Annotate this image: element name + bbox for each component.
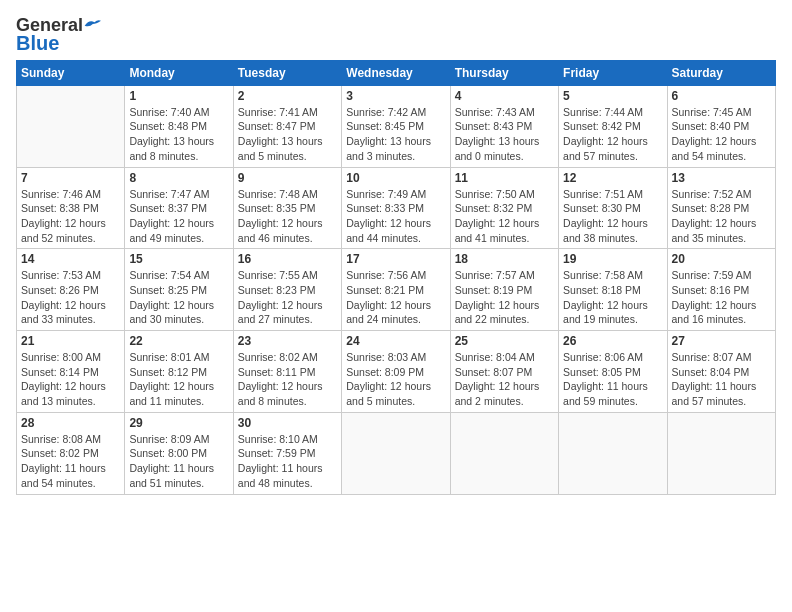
day-number: 8 [129, 171, 228, 185]
day-number: 21 [21, 334, 120, 348]
calendar-cell: 19Sunrise: 7:58 AMSunset: 8:18 PMDayligh… [559, 249, 667, 331]
day-number: 26 [563, 334, 662, 348]
day-info: Sunrise: 7:44 AMSunset: 8:42 PMDaylight:… [563, 105, 662, 164]
calendar-cell: 28Sunrise: 8:08 AMSunset: 8:02 PMDayligh… [17, 412, 125, 494]
column-header-friday: Friday [559, 60, 667, 85]
logo: General Blue [16, 16, 101, 54]
day-info: Sunrise: 8:09 AMSunset: 8:00 PMDaylight:… [129, 432, 228, 491]
column-header-saturday: Saturday [667, 60, 775, 85]
day-info: Sunrise: 8:00 AMSunset: 8:14 PMDaylight:… [21, 350, 120, 409]
day-number: 6 [672, 89, 771, 103]
column-header-tuesday: Tuesday [233, 60, 341, 85]
column-header-thursday: Thursday [450, 60, 558, 85]
calendar-cell: 26Sunrise: 8:06 AMSunset: 8:05 PMDayligh… [559, 331, 667, 413]
day-number: 19 [563, 252, 662, 266]
day-info: Sunrise: 8:01 AMSunset: 8:12 PMDaylight:… [129, 350, 228, 409]
calendar-cell: 6Sunrise: 7:45 AMSunset: 8:40 PMDaylight… [667, 85, 775, 167]
day-info: Sunrise: 7:55 AMSunset: 8:23 PMDaylight:… [238, 268, 337, 327]
calendar-cell: 1Sunrise: 7:40 AMSunset: 8:48 PMDaylight… [125, 85, 233, 167]
calendar-cell: 8Sunrise: 7:47 AMSunset: 8:37 PMDaylight… [125, 167, 233, 249]
calendar-week-row: 14Sunrise: 7:53 AMSunset: 8:26 PMDayligh… [17, 249, 776, 331]
calendar-cell [342, 412, 450, 494]
day-number: 9 [238, 171, 337, 185]
calendar-cell: 5Sunrise: 7:44 AMSunset: 8:42 PMDaylight… [559, 85, 667, 167]
day-info: Sunrise: 8:07 AMSunset: 8:04 PMDaylight:… [672, 350, 771, 409]
calendar-cell: 3Sunrise: 7:42 AMSunset: 8:45 PMDaylight… [342, 85, 450, 167]
calendar-cell: 14Sunrise: 7:53 AMSunset: 8:26 PMDayligh… [17, 249, 125, 331]
calendar-cell [667, 412, 775, 494]
day-number: 4 [455, 89, 554, 103]
day-number: 28 [21, 416, 120, 430]
day-number: 24 [346, 334, 445, 348]
day-info: Sunrise: 7:54 AMSunset: 8:25 PMDaylight:… [129, 268, 228, 327]
day-number: 12 [563, 171, 662, 185]
calendar-cell: 9Sunrise: 7:48 AMSunset: 8:35 PMDaylight… [233, 167, 341, 249]
day-number: 18 [455, 252, 554, 266]
day-number: 29 [129, 416, 228, 430]
calendar-week-row: 7Sunrise: 7:46 AMSunset: 8:38 PMDaylight… [17, 167, 776, 249]
day-info: Sunrise: 7:59 AMSunset: 8:16 PMDaylight:… [672, 268, 771, 327]
calendar-cell: 7Sunrise: 7:46 AMSunset: 8:38 PMDaylight… [17, 167, 125, 249]
calendar-cell: 12Sunrise: 7:51 AMSunset: 8:30 PMDayligh… [559, 167, 667, 249]
day-info: Sunrise: 8:04 AMSunset: 8:07 PMDaylight:… [455, 350, 554, 409]
calendar-header-row: SundayMondayTuesdayWednesdayThursdayFrid… [17, 60, 776, 85]
day-number: 20 [672, 252, 771, 266]
day-number: 16 [238, 252, 337, 266]
calendar-cell: 10Sunrise: 7:49 AMSunset: 8:33 PMDayligh… [342, 167, 450, 249]
day-info: Sunrise: 8:03 AMSunset: 8:09 PMDaylight:… [346, 350, 445, 409]
day-info: Sunrise: 7:58 AMSunset: 8:18 PMDaylight:… [563, 268, 662, 327]
day-info: Sunrise: 7:42 AMSunset: 8:45 PMDaylight:… [346, 105, 445, 164]
day-number: 22 [129, 334, 228, 348]
day-number: 27 [672, 334, 771, 348]
day-number: 13 [672, 171, 771, 185]
column-header-wednesday: Wednesday [342, 60, 450, 85]
day-info: Sunrise: 7:56 AMSunset: 8:21 PMDaylight:… [346, 268, 445, 327]
day-info: Sunrise: 7:41 AMSunset: 8:47 PMDaylight:… [238, 105, 337, 164]
logo-blue: Blue [16, 32, 59, 54]
day-number: 14 [21, 252, 120, 266]
calendar-cell: 13Sunrise: 7:52 AMSunset: 8:28 PMDayligh… [667, 167, 775, 249]
calendar-cell: 21Sunrise: 8:00 AMSunset: 8:14 PMDayligh… [17, 331, 125, 413]
column-header-monday: Monday [125, 60, 233, 85]
day-number: 17 [346, 252, 445, 266]
day-info: Sunrise: 7:52 AMSunset: 8:28 PMDaylight:… [672, 187, 771, 246]
day-info: Sunrise: 7:46 AMSunset: 8:38 PMDaylight:… [21, 187, 120, 246]
day-number: 5 [563, 89, 662, 103]
day-number: 3 [346, 89, 445, 103]
day-info: Sunrise: 8:08 AMSunset: 8:02 PMDaylight:… [21, 432, 120, 491]
calendar-cell: 2Sunrise: 7:41 AMSunset: 8:47 PMDaylight… [233, 85, 341, 167]
day-info: Sunrise: 7:47 AMSunset: 8:37 PMDaylight:… [129, 187, 228, 246]
calendar-cell: 11Sunrise: 7:50 AMSunset: 8:32 PMDayligh… [450, 167, 558, 249]
day-number: 25 [455, 334, 554, 348]
page-header: General Blue [16, 16, 776, 54]
day-info: Sunrise: 7:48 AMSunset: 8:35 PMDaylight:… [238, 187, 337, 246]
calendar-cell: 17Sunrise: 7:56 AMSunset: 8:21 PMDayligh… [342, 249, 450, 331]
day-info: Sunrise: 8:02 AMSunset: 8:11 PMDaylight:… [238, 350, 337, 409]
calendar-cell [17, 85, 125, 167]
day-number: 1 [129, 89, 228, 103]
day-info: Sunrise: 7:40 AMSunset: 8:48 PMDaylight:… [129, 105, 228, 164]
day-info: Sunrise: 7:57 AMSunset: 8:19 PMDaylight:… [455, 268, 554, 327]
day-info: Sunrise: 7:51 AMSunset: 8:30 PMDaylight:… [563, 187, 662, 246]
day-number: 7 [21, 171, 120, 185]
day-info: Sunrise: 7:43 AMSunset: 8:43 PMDaylight:… [455, 105, 554, 164]
day-number: 10 [346, 171, 445, 185]
day-info: Sunrise: 8:06 AMSunset: 8:05 PMDaylight:… [563, 350, 662, 409]
calendar-cell: 23Sunrise: 8:02 AMSunset: 8:11 PMDayligh… [233, 331, 341, 413]
calendar-cell: 24Sunrise: 8:03 AMSunset: 8:09 PMDayligh… [342, 331, 450, 413]
day-number: 15 [129, 252, 228, 266]
calendar-cell: 15Sunrise: 7:54 AMSunset: 8:25 PMDayligh… [125, 249, 233, 331]
day-number: 2 [238, 89, 337, 103]
calendar-week-row: 28Sunrise: 8:08 AMSunset: 8:02 PMDayligh… [17, 412, 776, 494]
day-info: Sunrise: 8:10 AMSunset: 7:59 PMDaylight:… [238, 432, 337, 491]
day-info: Sunrise: 7:45 AMSunset: 8:40 PMDaylight:… [672, 105, 771, 164]
calendar-cell: 27Sunrise: 8:07 AMSunset: 8:04 PMDayligh… [667, 331, 775, 413]
calendar-cell: 29Sunrise: 8:09 AMSunset: 8:00 PMDayligh… [125, 412, 233, 494]
day-number: 30 [238, 416, 337, 430]
calendar-cell: 22Sunrise: 8:01 AMSunset: 8:12 PMDayligh… [125, 331, 233, 413]
day-info: Sunrise: 7:50 AMSunset: 8:32 PMDaylight:… [455, 187, 554, 246]
day-number: 11 [455, 171, 554, 185]
day-info: Sunrise: 7:53 AMSunset: 8:26 PMDaylight:… [21, 268, 120, 327]
calendar-cell: 4Sunrise: 7:43 AMSunset: 8:43 PMDaylight… [450, 85, 558, 167]
calendar-cell: 18Sunrise: 7:57 AMSunset: 8:19 PMDayligh… [450, 249, 558, 331]
